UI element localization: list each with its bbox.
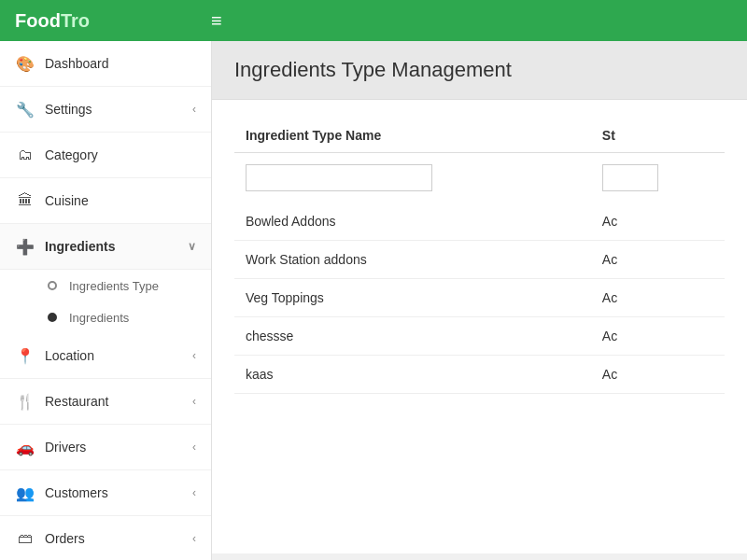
content-area: Ingredient Type Name St Bowled AddonsAcW… bbox=[212, 100, 747, 553]
chevron-icon: ‹ bbox=[192, 486, 196, 499]
hamburger-icon[interactable]: ≡ bbox=[211, 10, 222, 32]
table-header-row: Ingredient Type Name St bbox=[234, 119, 725, 153]
chevron-icon: ‹ bbox=[192, 441, 196, 454]
cell-ingredient-name: Bowled Addons bbox=[234, 203, 591, 241]
filter-row bbox=[234, 153, 725, 203]
sidebar-item-label: Dashboard bbox=[45, 56, 196, 71]
sidebar-item-settings[interactable]: 🔧 Settings ‹ bbox=[0, 87, 211, 133]
cell-status: Ac bbox=[591, 241, 725, 279]
table-row: Bowled AddonsAc bbox=[234, 203, 725, 241]
brand-food: Food bbox=[15, 10, 61, 31]
sidebar-item-ingredients[interactable]: ➕ Ingredients ∨ bbox=[0, 224, 211, 270]
main-layout: 🎨 Dashboard 🔧 Settings ‹ 🗂 Category 🏛 Cu… bbox=[0, 41, 747, 560]
location-icon: 📍 bbox=[15, 345, 35, 366]
cell-status: Ac bbox=[591, 203, 725, 241]
drivers-icon: 🚗 bbox=[15, 437, 35, 457]
cell-status: Ac bbox=[591, 279, 725, 317]
sidebar-item-label: Orders bbox=[45, 531, 192, 546]
settings-icon: 🔧 bbox=[15, 99, 35, 119]
page-title: Ingredients Type Management bbox=[234, 58, 725, 82]
top-header: FoodTro ≡ bbox=[0, 0, 747, 41]
customers-icon: 👥 bbox=[15, 483, 35, 503]
filter-status-cell bbox=[591, 153, 725, 203]
sidebar-item-label: Cuisine bbox=[45, 193, 196, 208]
chevron-down-icon: ∨ bbox=[188, 240, 196, 253]
cell-status: Ac bbox=[591, 317, 725, 356]
cell-ingredient-name: Work Station addons bbox=[234, 241, 591, 279]
sidebar-item-label: Drivers bbox=[45, 440, 192, 455]
circle-filled-icon bbox=[45, 310, 60, 325]
sidebar-item-label: Location bbox=[45, 348, 192, 363]
sidebar-item-orders[interactable]: 🗃 Orders ‹ bbox=[0, 516, 211, 560]
sidebar-subitem-ingredients-type[interactable]: Ingredients Type bbox=[0, 270, 211, 301]
cell-status: Ac bbox=[591, 356, 725, 394]
circle-icon bbox=[45, 278, 60, 293]
cell-ingredient-name: chessse bbox=[234, 317, 591, 356]
sub-item-label: Ingredients Type bbox=[69, 279, 159, 293]
table-body: Bowled AddonsAcWork Station addonsAcVeg … bbox=[234, 203, 725, 394]
ingredients-type-table: Ingredient Type Name St Bowled AddonsAcW… bbox=[234, 119, 725, 394]
sidebar-item-customers[interactable]: 👥 Customers ‹ bbox=[0, 470, 211, 516]
filter-name-cell bbox=[234, 153, 591, 203]
sidebar-item-label: Ingredients bbox=[45, 239, 188, 254]
sidebar-item-category[interactable]: 🗂 Category bbox=[0, 133, 211, 178]
chevron-icon: ‹ bbox=[192, 103, 196, 116]
table-row: kaasAc bbox=[234, 356, 725, 394]
sidebar-item-dashboard[interactable]: 🎨 Dashboard bbox=[0, 41, 211, 87]
ingredients-icon: ➕ bbox=[15, 236, 35, 257]
sub-item-label: Ingredients bbox=[69, 311, 129, 325]
sidebar-item-restaurant[interactable]: 🍴 Restaurant ‹ bbox=[0, 379, 211, 425]
dashboard-icon: 🎨 bbox=[15, 53, 35, 74]
sidebar-item-label: Restaurant bbox=[45, 394, 192, 409]
chevron-icon: ‹ bbox=[192, 349, 196, 362]
cell-ingredient-name: kaas bbox=[234, 356, 591, 394]
table-row: Veg ToppingsAc bbox=[234, 279, 725, 317]
main-content: Ingredients Type Management Ingredient T… bbox=[212, 41, 747, 560]
filter-status-input[interactable] bbox=[602, 164, 658, 191]
cuisine-icon: 🏛 bbox=[15, 190, 35, 211]
brand-logo: FoodTro bbox=[15, 10, 211, 32]
orders-icon: 🗃 bbox=[15, 528, 35, 549]
sidebar-item-label: Settings bbox=[45, 102, 192, 117]
col-header-name: Ingredient Type Name bbox=[234, 119, 591, 153]
restaurant-icon: 🍴 bbox=[15, 391, 35, 412]
brand-tro: Tro bbox=[61, 10, 90, 31]
page-header: Ingredients Type Management bbox=[212, 41, 747, 100]
sidebar-subitem-ingredients-list[interactable]: Ingredients bbox=[0, 301, 211, 333]
sidebar-item-label: Customers bbox=[45, 485, 192, 500]
chevron-icon: ‹ bbox=[192, 532, 196, 545]
sidebar-item-cuisine[interactable]: 🏛 Cuisine bbox=[0, 178, 211, 224]
sidebar-item-location[interactable]: 📍 Location ‹ bbox=[0, 333, 211, 379]
filter-name-input[interactable] bbox=[246, 164, 432, 191]
sidebar-item-label: Category bbox=[45, 147, 196, 162]
category-icon: 🗂 bbox=[15, 145, 35, 165]
cell-ingredient-name: Veg Toppings bbox=[234, 279, 591, 317]
table-row: chessseAc bbox=[234, 317, 725, 356]
table-row: Work Station addonsAc bbox=[234, 241, 725, 279]
sidebar: 🎨 Dashboard 🔧 Settings ‹ 🗂 Category 🏛 Cu… bbox=[0, 41, 212, 560]
col-header-status: St bbox=[591, 119, 725, 153]
chevron-icon: ‹ bbox=[192, 395, 196, 408]
sidebar-item-drivers[interactable]: 🚗 Drivers ‹ bbox=[0, 425, 211, 470]
